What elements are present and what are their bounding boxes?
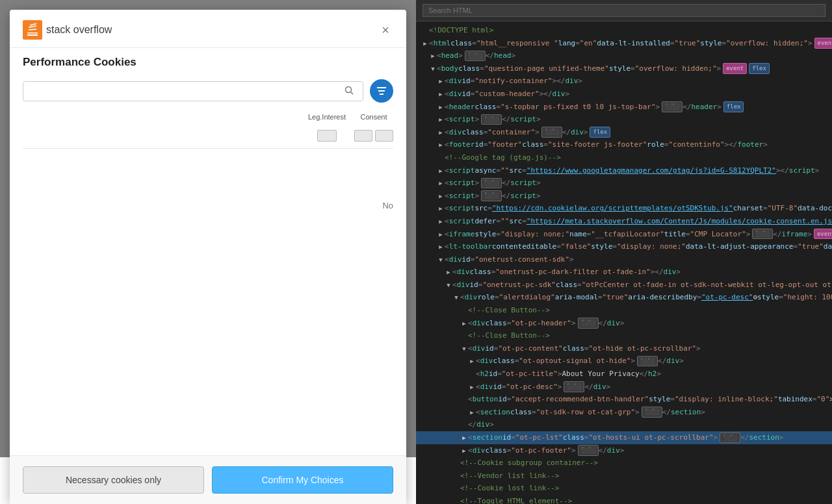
- dt-container[interactable]: <div class="container" > ⬛⬛ </div> flex: [416, 126, 832, 139]
- dt-lt-toolbar[interactable]: <lt-toolbar contenteditable="false" styl…: [416, 240, 832, 253]
- dt-ot-pc-desc[interactable]: <div id="ot-pc-desc" > ⬛⬛ </div>: [416, 381, 832, 394]
- dt-ot-title[interactable]: <h2 id="ot-pc-title" > About Your Privac…: [416, 368, 832, 381]
- necessary-cookies-button[interactable]: Necessary cookies only: [23, 466, 204, 494]
- cookie-toggles: [307, 130, 393, 142]
- toggle-leg-interest[interactable]: [307, 130, 346, 142]
- dt-script-cookielaw[interactable]: <script src="https://cdn.cookielaw.org/s…: [416, 202, 832, 215]
- modal-content-area[interactable]: No: [10, 149, 406, 455]
- no-label: No: [23, 149, 393, 223]
- search-input[interactable]: [30, 86, 342, 96]
- dt-close-btn-comment2: <!--Close Button-->: [416, 329, 832, 342]
- modal-spacer: [23, 223, 393, 353]
- dt-ot-optout[interactable]: <div class="ot-optout-signal ot-hide" > …: [416, 355, 832, 368]
- dt-accept-btn[interactable]: <button id="accept-recommended-btn-handl…: [416, 393, 832, 406]
- toggle-box-consent2[interactable]: [375, 130, 393, 142]
- search-icon: [344, 86, 354, 95]
- dt-close-btn-comment1: <!--Close Button-->: [416, 304, 832, 317]
- dt-ot-pc-content[interactable]: <div id="ot-pc-content" class="ot-hide o…: [416, 342, 832, 355]
- devtools-search-bar: [416, 0, 832, 21]
- dt-ot-pc-sdk[interactable]: <div id="onetrust-pc-sdk" class="otPcCen…: [416, 279, 832, 292]
- dt-iframe-locator[interactable]: <iframe style="display: none;" name="__t…: [416, 228, 832, 241]
- svg-rect-1: [27, 34, 38, 36]
- dt-ot-pc-footer[interactable]: <div class="ot-pc-footer" > ⬛⬛ </div>: [416, 444, 832, 457]
- dt-div-close: </div>: [416, 418, 832, 431]
- toggle-box-leg[interactable]: [317, 130, 337, 142]
- so-logo: stack overflow: [23, 20, 112, 40]
- dt-cookie-lost-comment: <!--Cookie lost link-->: [416, 482, 832, 495]
- dt-ot-dark-filter[interactable]: <div class="onetrust-pc-dark-filter ot-f…: [416, 266, 832, 279]
- right-panel[interactable]: <!DOCTYPE html> <html class="html__respo…: [416, 0, 832, 504]
- modal-title: Performance Cookies: [10, 48, 406, 74]
- dt-gtag-comment: <!--Google tag (gtag.js)-->: [416, 151, 832, 164]
- confirm-choices-button[interactable]: Confirm My Choices: [212, 466, 393, 494]
- modal-footer: Necessary cookies only Confirm My Choice…: [10, 455, 406, 504]
- stackoverflow-logo-icon: [23, 20, 42, 40]
- dt-custom-header[interactable]: <div id="custom-header" ></div>: [416, 88, 832, 101]
- dt-footer[interactable]: <footer id="footer" class="site-footer j…: [416, 138, 832, 151]
- cookie-modal: stack overflow × Performance Cookies: [10, 10, 406, 504]
- devtools-content: <!DOCTYPE html> <html class="html__respo…: [416, 21, 832, 504]
- dt-notify[interactable]: <div id="notify-container" ></div>: [416, 75, 832, 88]
- dt-script3[interactable]: <script> ⬛⬛ </script>: [416, 190, 832, 203]
- filter-icon: [376, 86, 387, 95]
- dt-body[interactable]: <body class="question-page unified-theme…: [416, 62, 832, 75]
- modal-header: stack overflow ×: [10, 10, 406, 48]
- dt-ot-pc-header[interactable]: <div class="ot-pc-header" > ⬛⬛ </div>: [416, 317, 832, 330]
- svg-rect-2: [27, 32, 38, 34]
- col-leg-interest: Leg.Interest: [307, 113, 346, 121]
- dt-ot-sdk-row[interactable]: <section class="ot-sdk-row ot-cat-grp" >…: [416, 406, 832, 419]
- search-button[interactable]: [342, 86, 356, 97]
- dt-ot-pc-lst[interactable]: <section id="ot-pc-lst" class="ot-hosts-…: [416, 431, 832, 444]
- modal-search-area: [10, 74, 406, 110]
- dt-cookie-subgroup-comment: <!--Cookie subgroup container-->: [416, 457, 832, 470]
- devtools-search-input[interactable]: [422, 4, 826, 17]
- dt-html[interactable]: <html class="html__responsive " lang="en…: [416, 37, 832, 50]
- dt-head[interactable]: <head> ⬛⬛ </head>: [416, 49, 832, 62]
- logo-text: stack overflow: [46, 24, 112, 36]
- svg-line-7: [351, 92, 354, 94]
- dt-toggle-html-comment: <!--Toggle HTML element-->: [416, 495, 832, 504]
- dt-alertdialog[interactable]: <div role="alertdialog" aria-modal="true…: [416, 291, 832, 304]
- dt-doctype: <!DOCTYPE html>: [416, 24, 832, 37]
- table-header: Leg.Interest Consent: [10, 110, 406, 123]
- cookie-toggle-row: [10, 123, 406, 148]
- dt-script1[interactable]: <script> ⬛⬛ </script>: [416, 113, 832, 126]
- dt-script-meta[interactable]: <script defer="" src="https://meta.stack…: [416, 215, 832, 228]
- search-input-wrap[interactable]: [23, 81, 363, 101]
- dt-script-gtag[interactable]: <script async="" src="https://www.google…: [416, 164, 832, 177]
- filter-button[interactable]: [370, 79, 393, 103]
- modal-close-button[interactable]: ×: [378, 22, 393, 38]
- toggle-box-consent[interactable]: [354, 130, 372, 142]
- svg-point-6: [346, 86, 352, 92]
- left-panel: stack overflow × Performance Cookies: [0, 0, 416, 504]
- dt-header[interactable]: <header class="s-topbar ps-fixed t0 l0 j…: [416, 101, 832, 114]
- dt-vendor-list-comment: <!--Vendor list link-->: [416, 470, 832, 483]
- col-consent: Consent: [354, 113, 393, 121]
- dt-onetrust-sdk[interactable]: <div id="onetrust-consent-sdk" >: [416, 253, 832, 266]
- toggle-consent[interactable]: [354, 130, 393, 142]
- dt-script2[interactable]: <script> ⬛⬛ </script>: [416, 177, 832, 190]
